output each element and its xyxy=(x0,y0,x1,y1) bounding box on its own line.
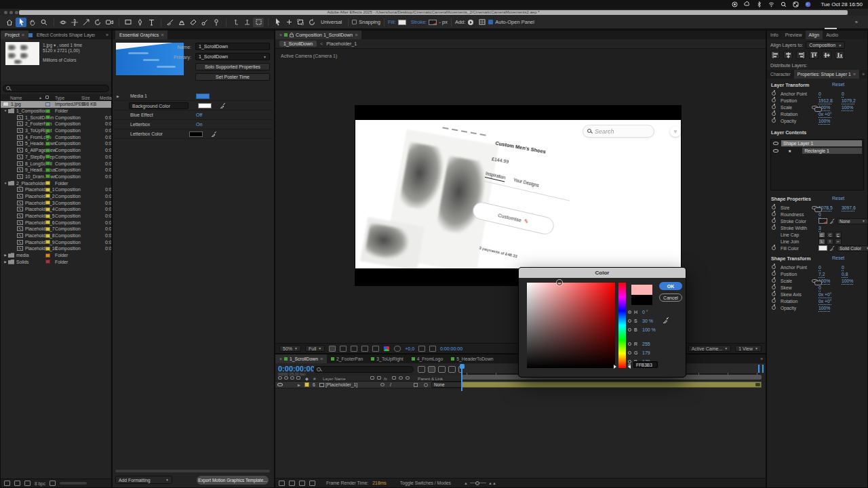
free-transform-icon[interactable] xyxy=(295,18,306,27)
creative-cloud-icon[interactable] xyxy=(744,1,750,7)
background-color-swatch[interactable] xyxy=(198,103,212,108)
project-item-row[interactable]: 2_FooterPan Composition 0:0 xyxy=(1,121,111,127)
axis-view-icon[interactable] xyxy=(253,18,264,27)
item-name[interactable]: media xyxy=(16,253,29,258)
panel-menu-icon[interactable]: ≡ xyxy=(161,33,163,37)
menubar-clock[interactable]: Tue Oct 28 16:50 xyxy=(821,1,863,7)
axis-local-icon[interactable] xyxy=(230,18,241,27)
parent-pickwhip-column-icon[interactable] xyxy=(406,376,410,380)
stopwatch-icon[interactable] xyxy=(772,212,781,217)
channel-icon[interactable] xyxy=(383,346,390,352)
item-name[interactable]: 1.jpg xyxy=(11,102,21,106)
align-to-dropdown[interactable]: Composition▼ xyxy=(806,41,845,49)
interpret-footage-icon[interactable] xyxy=(4,481,10,486)
zoom-tool-icon[interactable] xyxy=(39,18,50,27)
label-color-swatch[interactable] xyxy=(45,260,50,264)
project-item-row[interactable]: 3_ToUpRight Composition 0:0 xyxy=(1,127,111,134)
project-item-row[interactable]: Placeholder_4 Composition 0:0 xyxy=(1,206,111,213)
transform-property-row[interactable]: Anchor Point 0 0 xyxy=(767,264,867,270)
auto-open-panel-label[interactable]: Auto-Open Panel xyxy=(495,19,534,25)
timeline-layer-row[interactable]: ▶ 6 [Placeholder_1] / None▼ xyxy=(275,382,462,388)
property-value-y[interactable]: 100% xyxy=(842,279,865,283)
rotate-tool-icon[interactable] xyxy=(92,18,103,27)
parent-link-column-header[interactable]: Parent & Link xyxy=(418,376,443,381)
workspace-tab[interactable] xyxy=(837,16,849,29)
align-left-button[interactable] xyxy=(770,51,780,59)
panel-menu-icon[interactable]: ≡ xyxy=(355,33,357,37)
layer-contents-row[interactable]: Shape Layer 1 xyxy=(771,140,863,147)
channel-row[interactable]: B 100 % xyxy=(628,326,656,333)
magnification-dropdown[interactable]: 50%▼ xyxy=(279,345,301,352)
panel-tab-overflow[interactable]: » xyxy=(862,72,867,77)
project-item-row[interactable]: 10_Dram...own Composition 0:0 xyxy=(1,174,111,180)
stopwatch-icon[interactable] xyxy=(772,299,781,304)
primary-comp-dropdown[interactable]: 1_ScrollDown▼ xyxy=(195,53,270,60)
eyedropper-icon[interactable] xyxy=(663,317,669,323)
exposure-gear-icon[interactable] xyxy=(394,346,401,352)
hex-input[interactable]: FFB3B3 xyxy=(633,361,658,368)
puppet-pin-tool-icon[interactable] xyxy=(211,18,222,27)
fill-color-row[interactable]: Fill Color Solid Color▼ xyxy=(767,245,867,251)
shape-properties-reset[interactable]: Reset xyxy=(832,196,844,201)
screen-record-icon[interactable] xyxy=(732,1,738,7)
eg-property-row-background-color[interactable]: Background Color xyxy=(114,101,273,110)
channel-value[interactable]: 255 xyxy=(642,342,650,346)
stopwatch-icon[interactable] xyxy=(772,306,781,310)
transform-property-row[interactable]: Position 1912,8 1079,2 xyxy=(767,97,867,104)
line-join-bevel-button[interactable]: ⌐ xyxy=(835,239,842,245)
label-color-swatch[interactable] xyxy=(45,214,50,218)
item-name[interactable]: 1_Compositions xyxy=(16,108,50,113)
transform-property-row[interactable]: Rotation 0x +0° xyxy=(767,110,867,117)
motion-blur-switch[interactable] xyxy=(411,383,420,387)
size-height-value[interactable]: 3097,6 xyxy=(842,205,865,210)
mask-visibility-icon[interactable] xyxy=(340,346,347,352)
transform-property-row[interactable]: Scale 100% 100% xyxy=(767,277,867,284)
project-item-row[interactable]: Placeholder_3 Composition 0:0 xyxy=(1,199,111,206)
column-name[interactable]: Name xyxy=(10,96,22,100)
siri-icon[interactable] xyxy=(805,1,811,7)
layer-contents-row[interactable]: ★ Rectangle 1 xyxy=(771,147,863,155)
fill-color-swatch[interactable] xyxy=(398,20,406,25)
horizontal-scrollbar[interactable] xyxy=(115,470,270,472)
label-color-swatch[interactable] xyxy=(45,135,50,139)
zoom-in-mountain-icon[interactable]: ▲▲ xyxy=(488,481,496,485)
eye-icon[interactable] xyxy=(277,383,283,386)
project-item-row[interactable]: 8_LongScroll Composition 0:0 xyxy=(1,160,111,167)
axis-world-icon[interactable] xyxy=(241,18,252,27)
label-color-swatch[interactable] xyxy=(45,220,50,224)
grid-guides-icon[interactable] xyxy=(329,346,336,352)
stopwatch-icon[interactable] xyxy=(772,279,781,283)
tab-character[interactable]: Character xyxy=(767,70,794,79)
hue-strip[interactable] xyxy=(618,283,626,368)
item-name[interactable]: 5_Heade...own xyxy=(25,141,56,146)
transform-property-row[interactable]: Opacity 100% xyxy=(767,304,867,311)
property-value-y[interactable]: 1079,2 xyxy=(842,98,865,103)
panel-tab-overflow[interactable]: » xyxy=(106,33,111,37)
item-name[interactable]: 10_Dram...own xyxy=(25,174,56,179)
stopwatch-icon[interactable] xyxy=(772,246,781,251)
collapse-column-icon[interactable] xyxy=(377,376,381,380)
stopwatch-icon[interactable] xyxy=(772,112,781,117)
letterbox-color-swatch[interactable] xyxy=(189,131,203,137)
stroke-color-swatch[interactable] xyxy=(429,20,437,25)
project-item-row[interactable]: 1_ScrollDown Composition 0:0 xyxy=(1,114,111,121)
window-minimize-button[interactable] xyxy=(9,11,13,14)
shape-size-row[interactable]: Size 5078,5 3097,6 xyxy=(767,204,867,211)
bluetooth-icon[interactable] xyxy=(756,1,762,7)
exposure-offset-value[interactable]: +0,0 xyxy=(405,346,414,351)
expand-transfer-controls-icon[interactable] xyxy=(289,481,295,486)
lock-column-icon[interactable] xyxy=(296,376,300,380)
eg-property-row-letterbox-color[interactable]: Letterbox Color xyxy=(114,129,273,139)
property-value-x[interactable]: 100% xyxy=(818,119,842,123)
template-name-field[interactable]: 1_ScrollDown xyxy=(195,43,270,50)
label-color-swatch[interactable] xyxy=(45,227,50,231)
reset-rotation-icon[interactable] xyxy=(307,18,317,27)
roundness-value[interactable]: 0 xyxy=(818,212,842,217)
project-item-row[interactable]: Placeholder_10 Composition 0:0 xyxy=(1,245,111,252)
stopwatch-icon[interactable] xyxy=(772,98,781,103)
channel-value[interactable]: 179 xyxy=(642,350,650,355)
type-tool-icon[interactable] xyxy=(146,18,157,27)
stroke-color-swatch[interactable] xyxy=(818,218,827,224)
item-name[interactable]: 2_Placeholders xyxy=(16,181,48,186)
project-search-input[interactable] xyxy=(3,85,109,92)
